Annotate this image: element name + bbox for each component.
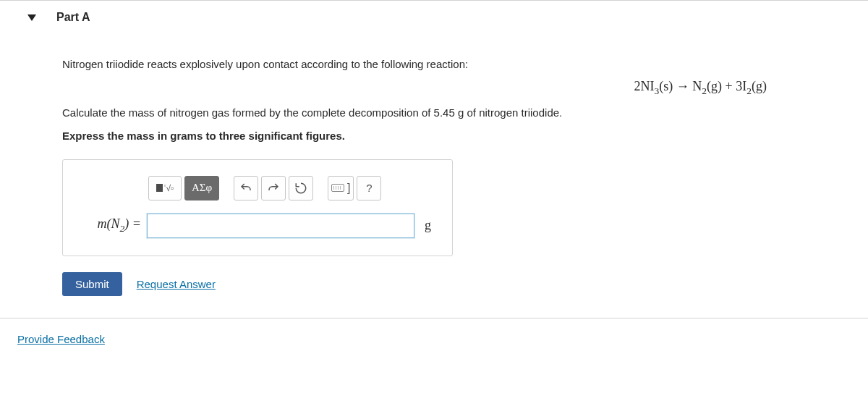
part-header[interactable]: Part A	[0, 1, 868, 30]
keyboard-button[interactable]: ]	[328, 176, 354, 200]
answer-row: m(N2) = g	[76, 214, 439, 238]
undo-icon	[239, 182, 252, 195]
question-calc: Calculate the mass of nitrogen gas forme…	[62, 104, 854, 122]
keyboard-icon: ]	[331, 182, 350, 195]
question-intro: Nitrogen triiodide reacts explosively up…	[62, 56, 854, 73]
undo-button[interactable]	[234, 176, 258, 200]
question-content: Nitrogen triiodide reacts explosively up…	[0, 30, 868, 296]
reset-button[interactable]	[289, 176, 313, 200]
redo-button[interactable]	[261, 176, 286, 200]
question-instruction: Express the mass in grams to three signi…	[62, 127, 854, 145]
variable-label: m(N2) =	[76, 216, 141, 235]
submit-button[interactable]: Submit	[62, 272, 122, 296]
redo-icon	[267, 182, 280, 195]
request-answer-link[interactable]: Request Answer	[137, 278, 216, 290]
part-container: Part A Nitrogen triiodide reacts explosi…	[0, 0, 868, 318]
answer-input[interactable]	[147, 214, 414, 238]
greek-button[interactable]: ΑΣφ	[184, 176, 219, 200]
toolbar: ▫√▫ ΑΣφ ] ?	[148, 176, 439, 200]
help-button[interactable]: ?	[357, 176, 381, 200]
actions-row: Submit Request Answer	[62, 272, 854, 296]
reset-icon	[294, 182, 307, 195]
unit-label: g	[425, 218, 431, 233]
template-icon: ▫√▫	[156, 182, 174, 193]
provide-feedback-link[interactable]: Provide Feedback	[0, 333, 105, 345]
reaction-equation: 2NI3(s) → N2(g) + 3I2(g)	[62, 79, 854, 97]
part-title: Part A	[56, 11, 90, 24]
chevron-down-icon	[27, 14, 36, 21]
answer-box: ▫√▫ ΑΣφ ] ?	[62, 159, 453, 256]
templates-button[interactable]: ▫√▫	[148, 176, 182, 200]
